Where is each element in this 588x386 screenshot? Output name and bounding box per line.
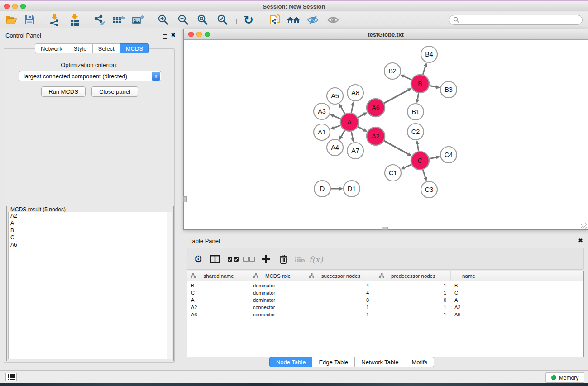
run-mcds-button[interactable]: Run MCDS <box>41 86 86 97</box>
table-cell[interactable]: dominator <box>250 283 306 288</box>
graph-edge[interactable] <box>404 76 411 80</box>
table-panel-float-icon[interactable] <box>570 238 574 246</box>
export-image-icon[interactable] <box>130 13 146 27</box>
table-cell[interactable]: 4 <box>306 290 376 295</box>
tab-edge-table[interactable]: Edge Table <box>312 357 355 367</box>
tab-node-table[interactable]: Node Table <box>269 357 313 367</box>
search-input[interactable] <box>449 15 583 25</box>
table-cell[interactable]: dominator <box>250 290 306 295</box>
bottom-edge-handle[interactable] <box>382 227 388 230</box>
mcds-result-item[interactable]: B <box>9 227 172 234</box>
delete-icon[interactable] <box>276 253 291 266</box>
tab-style[interactable]: Style <box>68 43 93 53</box>
column-header[interactable]: successor nodes <box>306 271 376 281</box>
first-neighbors-icon[interactable] <box>286 13 301 27</box>
table-cell[interactable]: B <box>451 283 487 288</box>
mcds-result-item[interactable]: A <box>9 219 172 227</box>
graph-edge[interactable] <box>341 107 345 114</box>
table-cell[interactable]: connector <box>250 312 306 317</box>
graph-edge[interactable] <box>358 127 364 130</box>
graph-edge[interactable] <box>334 116 340 119</box>
table-cell[interactable]: 1 <box>376 283 451 288</box>
table-cell[interactable]: C <box>451 290 487 295</box>
tab-select[interactable]: Select <box>93 43 120 53</box>
export-table-icon[interactable] <box>111 13 126 27</box>
graph-edge[interactable] <box>351 105 353 113</box>
control-panel-close-icon[interactable]: ✖ <box>171 33 176 38</box>
function-builder-icon[interactable]: f(x) <box>309 253 323 266</box>
network-graph[interactable]: B4B2BB3A8A5A6B1A3AA1C2A2A4A7C4CC1C3DD1 <box>184 40 588 229</box>
hide-selected-icon[interactable] <box>305 13 320 27</box>
column-header[interactable]: shared name <box>187 271 250 281</box>
zoom-fit-icon[interactable] <box>195 13 210 27</box>
table-cell[interactable]: dominator <box>250 297 306 303</box>
zoom-selected-icon[interactable] <box>215 13 230 27</box>
import-table-icon[interactable] <box>67 13 82 27</box>
new-network-from-selection-icon[interactable] <box>267 13 282 27</box>
column-header[interactable]: name <box>451 271 487 281</box>
refresh-icon[interactable]: ↻ <box>241 13 256 27</box>
tab-network[interactable]: Network <box>35 43 68 53</box>
graph-edge[interactable] <box>384 90 408 103</box>
mcds-result-item[interactable]: A6 <box>9 241 172 248</box>
table-panel-close-icon[interactable]: ✖ <box>578 238 583 243</box>
show-all-icon[interactable] <box>325 13 341 27</box>
graph-edge[interactable] <box>405 165 411 168</box>
zoom-in-icon[interactable] <box>156 13 171 27</box>
add-icon[interactable] <box>259 253 273 266</box>
table-row[interactable]: Adominator80A <box>187 296 583 304</box>
table-cell[interactable]: 1 <box>376 305 451 310</box>
zoom-out-icon[interactable] <box>176 13 191 27</box>
table-cell[interactable]: 4 <box>306 283 376 288</box>
table-cell[interactable]: C <box>187 290 250 295</box>
scrollbar-track[interactable] <box>167 212 172 359</box>
table-cell[interactable]: 8 <box>306 297 376 303</box>
mcds-result-item[interactable]: A2 <box>9 212 172 219</box>
open-file-icon[interactable] <box>4 13 19 27</box>
close-panel-button[interactable]: Close panel <box>91 86 138 97</box>
mcds-result-item[interactable]: C <box>9 234 172 241</box>
table-cell[interactable]: connector <box>250 305 306 310</box>
tab-mcds[interactable]: MCDS <box>120 43 149 53</box>
columns-icon[interactable] <box>208 253 222 266</box>
graph-edge[interactable] <box>423 170 425 177</box>
import-network-icon[interactable] <box>47 13 62 27</box>
left-edge-handle[interactable] <box>183 196 187 202</box>
table-row[interactable]: A2connector11A2 <box>187 304 583 311</box>
table-cell[interactable]: A6 <box>451 312 487 317</box>
select-all-icon[interactable] <box>226 253 240 266</box>
control-panel-float-icon[interactable] <box>163 33 167 41</box>
criterion-dropdown[interactable]: largest connected component (directed) ▲… <box>19 71 161 81</box>
table-cell[interactable]: B <box>187 283 250 288</box>
window-resize-grip[interactable] <box>581 223 587 229</box>
column-header[interactable]: MCDS role <box>250 271 306 281</box>
table-cell[interactable]: 1 <box>306 305 376 310</box>
table-row[interactable]: Bdominator41B <box>187 282 583 289</box>
task-history-button[interactable] <box>5 373 17 381</box>
table-row[interactable]: Cdominator41C <box>187 289 583 296</box>
graph-edge[interactable] <box>351 132 353 138</box>
deselect-all-icon[interactable] <box>242 253 256 266</box>
table-cell[interactable]: 1 <box>306 312 376 317</box>
export-network-icon[interactable] <box>91 13 107 27</box>
graph-edge[interactable] <box>334 125 340 128</box>
table-cell[interactable]: A <box>187 297 250 303</box>
column-header[interactable]: predecessor nodes <box>376 271 451 281</box>
network-canvas[interactable]: B4B2BB3A8A5A6B1A3AA1C2A2A4A7C4CC1C3DD1 <box>184 40 588 229</box>
save-session-icon[interactable] <box>22 13 37 27</box>
graph-edge[interactable] <box>417 93 418 100</box>
graph-edge[interactable] <box>341 130 345 136</box>
tab-network-table[interactable]: Network Table <box>355 357 405 367</box>
table-row[interactable]: A6connector11A6 <box>187 311 583 318</box>
table-cell[interactable]: A6 <box>187 312 250 317</box>
table-cell[interactable]: 0 <box>376 297 451 303</box>
graph-edge[interactable] <box>430 157 436 159</box>
tab-motifs[interactable]: Motifs <box>405 357 434 367</box>
gear-icon[interactable]: ⚙ <box>191 253 206 266</box>
table-cell[interactable]: A <box>451 297 487 303</box>
memory-button[interactable]: Memory <box>545 372 584 383</box>
table-cell[interactable]: 1 <box>376 312 451 317</box>
graph-edge[interactable] <box>417 144 418 152</box>
graph-edge[interactable] <box>358 114 363 117</box>
graph-edge[interactable] <box>423 67 425 75</box>
